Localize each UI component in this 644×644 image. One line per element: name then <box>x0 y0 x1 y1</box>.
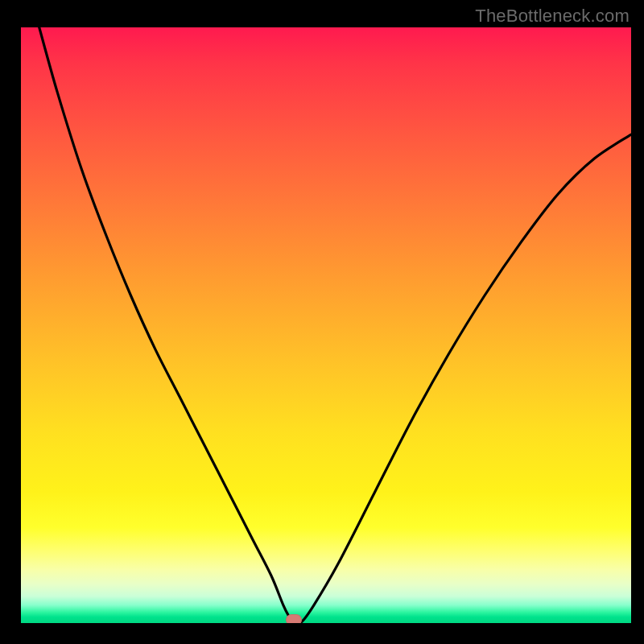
chart-frame: TheBottleneck.com <box>0 0 644 644</box>
bottleneck-curve <box>21 27 631 623</box>
watermark-text: TheBottleneck.com <box>475 6 630 27</box>
plot-area <box>21 27 631 623</box>
optimum-marker <box>286 614 302 623</box>
